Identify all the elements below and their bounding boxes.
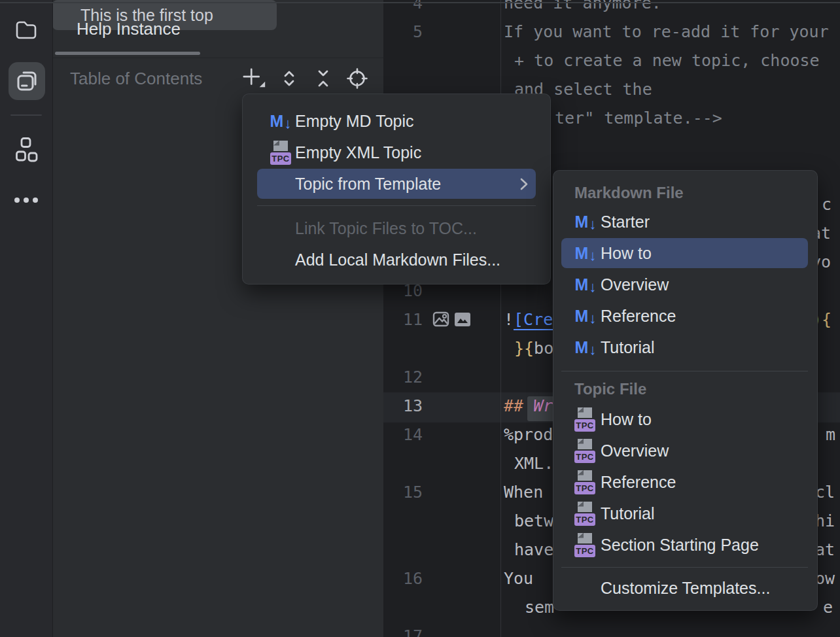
code-row: %prod [504, 424, 553, 446]
markdown-file-icon: M↓ [573, 339, 598, 356]
submenu-separator [561, 371, 808, 371]
code-segment: %prod [504, 425, 553, 444]
code-row: You [504, 568, 533, 590]
submenu-item-tpc-how-to[interactable]: TPC How to [553, 404, 817, 435]
code-segment: bo [534, 339, 553, 358]
tool-window-tab[interactable]: Help Instance [77, 19, 181, 39]
code-row: + to create a new topic, choose [514, 50, 820, 72]
code-segment: XML. [514, 454, 553, 473]
submenu-item-tpc-section-starting-page[interactable]: TPC Section Starting Page [553, 529, 817, 560]
add-topic-context-menu: M↓ Empty MD Topic TPC Empty XML Topic To… [242, 94, 551, 284]
menu-separator [257, 205, 536, 206]
code-row: m [826, 424, 835, 446]
markdown-file-icon: M↓ [268, 113, 294, 129]
code-segment: e [823, 598, 833, 617]
more-dots-icon [12, 196, 41, 204]
code-row: cl [815, 481, 835, 504]
code-segment: cl [815, 483, 835, 502]
fold-icon [313, 68, 334, 89]
topic-file-icon: TPC [573, 502, 597, 526]
line-number: 13 [383, 395, 423, 417]
copy-pages-icon [14, 68, 40, 94]
crosshair-icon [346, 67, 368, 90]
code-segment: ! [504, 310, 514, 329]
sidebar-item-project[interactable] [10, 14, 42, 46]
submenu-section-header: Markdown File [574, 182, 684, 203]
sidebar-item-more[interactable] [9, 187, 43, 213]
code-row: betw [514, 510, 553, 532]
code-row: }{bo [514, 337, 553, 360]
topic-file-icon: TPC [573, 470, 597, 494]
code-segment: hi [815, 511, 835, 530]
submenu-separator [561, 567, 808, 568]
line-number: 11 [383, 309, 423, 331]
topic-template-submenu: Markdown File M↓ Starter M↓ How to M↓ Ov… [553, 170, 818, 611]
header-divider [52, 58, 383, 58]
submenu-item-md-how-to[interactable]: M↓ How to [553, 237, 817, 269]
code-segment: m [826, 425, 835, 444]
code-row: ![Cre [504, 309, 553, 331]
code-segment: { [822, 310, 831, 329]
line-number: 16 [383, 568, 423, 590]
sidebar-item-table-of-contents[interactable] [9, 62, 45, 100]
submenu-item-customize-templates[interactable]: Customize Templates... [553, 572, 817, 604]
menu-item-topic-from-template[interactable]: Topic from Template [243, 168, 550, 199]
code-row: at [815, 539, 835, 561]
section-title: Table of Contents [70, 69, 202, 89]
markdown-file-icon: M↓ [573, 214, 598, 230]
submenu-item-tpc-overview[interactable]: TPC Overview [553, 435, 817, 466]
code-segment: sem [525, 598, 554, 617]
structure-icon [16, 137, 38, 164]
line-number: 17 [383, 625, 423, 637]
submenu-item-tpc-tutorial[interactable]: TPC Tutorial [553, 498, 817, 529]
submenu-section-header: Topic File [574, 379, 646, 400]
submenu-item-md-overview[interactable]: M↓ Overview [553, 269, 817, 300]
line-number: 14 [383, 424, 423, 446]
code-segment: [Cre [514, 310, 553, 329]
plus-dropdown-icon [241, 66, 268, 91]
topic-file-icon: TPC [573, 407, 597, 432]
code-row: When [504, 481, 543, 504]
code-segment: ## [504, 396, 533, 415]
window-top-border [0, 2, 840, 3]
submenu-item-md-tutorial[interactable]: M↓ Tutorial [553, 332, 817, 363]
menu-item-link-topic-files[interactable]: Link Topic Files to TOC... [243, 213, 550, 244]
code-segment: }{ [514, 339, 534, 358]
code-row: ## Wr [504, 395, 553, 417]
code-segment: Wr [533, 396, 553, 415]
topic-file-icon: TPC [573, 439, 597, 463]
image-filled-icon[interactable] [454, 312, 471, 328]
code-row: hi [815, 510, 835, 532]
submenu-item-md-reference[interactable]: M↓ Reference [553, 300, 817, 332]
unfold-icon [279, 68, 300, 89]
code-segment: c [822, 195, 831, 214]
code-row: ow [815, 568, 835, 590]
code-segment: + to create a new topic, choose [514, 51, 820, 70]
submenu-chevron-icon [520, 178, 528, 190]
code-row: have [514, 539, 553, 561]
menu-item-empty-md-topic[interactable]: M↓ Empty MD Topic [243, 105, 550, 137]
markdown-file-icon: M↓ [573, 245, 598, 262]
active-tab-underline [55, 52, 200, 55]
ide-window: need it anymore.If you want to re-add it… [0, 0, 840, 637]
locate-selection-button[interactable] [344, 66, 370, 91]
collapse-all-button[interactable] [310, 66, 336, 91]
code-segment: betw [514, 511, 553, 530]
code-row: c [822, 194, 831, 216]
menu-item-add-local-markdown[interactable]: Add Local Markdown Files... [243, 244, 550, 275]
sidebar-item-structure[interactable] [12, 134, 42, 167]
add-topic-button[interactable] [241, 66, 268, 91]
submenu-item-tpc-reference[interactable]: TPC Reference [553, 466, 817, 498]
menu-item-empty-xml-topic[interactable]: TPC Empty XML Topic [243, 137, 550, 168]
submenu-item-md-starter[interactable]: M↓ Starter [553, 206, 817, 237]
line-number: 15 [383, 481, 423, 504]
stripe-divider [10, 114, 42, 116]
code-segment: You [504, 569, 533, 588]
line-number: 5 [383, 21, 423, 43]
image-outline-icon[interactable] [432, 311, 449, 328]
topic-file-icon: TPC [573, 533, 597, 557]
code-segment: If you want to re-add it for your [504, 22, 829, 41]
expand-all-button[interactable] [276, 66, 302, 91]
folder-icon [15, 20, 37, 40]
markdown-file-icon: M↓ [573, 308, 598, 324]
